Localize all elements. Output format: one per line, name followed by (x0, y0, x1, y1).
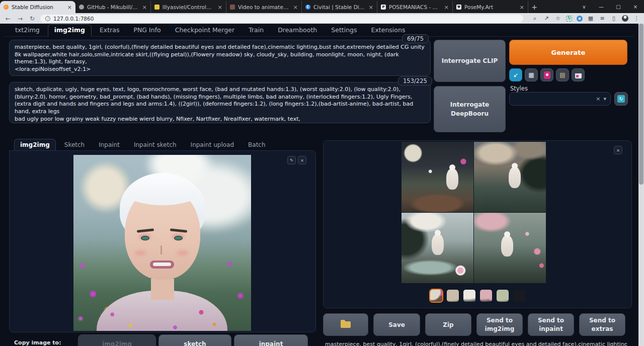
extensions-puzzle-icon[interactable]: ▦ (587, 15, 594, 22)
profile-avatar[interactable] (622, 15, 628, 22)
paste-generation-params-button[interactable]: ↙ (509, 68, 522, 81)
tab-dreambooth[interactable]: Dreambooth (272, 25, 323, 36)
tab-extras[interactable]: Extras (94, 25, 126, 36)
browser-tab-bar: Stable Diffusion × GitHub - Mikubill/sd-… (0, 0, 644, 13)
browser-tab-github[interactable]: GitHub - Mikubill/sd-webui-con × (75, 1, 151, 13)
tab-img2img[interactable]: img2img (48, 24, 92, 37)
send-to-inpaint-button[interactable]: Send to inpaint (528, 313, 574, 336)
tab-search-icon[interactable]: ∨ (576, 4, 593, 10)
browser-tab-posemyart[interactable]: Ψ PoseMy.Art × (453, 1, 528, 13)
clear-prompt-button[interactable]: ▦ (525, 68, 538, 81)
tab-close-icon[interactable]: × (142, 4, 147, 11)
forward-icon[interactable]: → (16, 15, 24, 22)
close-button[interactable]: × (627, 4, 644, 10)
extension-blue-icon[interactable] (577, 16, 583, 22)
side-panel-icon[interactable]: ▯ (610, 15, 617, 22)
save-style-button[interactable] (572, 68, 585, 81)
browser-tab-stable-diffusion[interactable]: Stable Diffusion × (0, 1, 75, 13)
interrogate-clip-button[interactable]: Interrogate CLIP (434, 40, 506, 82)
tab-mode-batch[interactable]: Batch (243, 139, 271, 151)
browser-tab-video-gif[interactable]: Video to animated GIF converter × (226, 1, 302, 13)
generate-button[interactable]: Generate (509, 40, 627, 65)
tab-mode-inpaint-sketch[interactable]: Inpaint sketch (128, 139, 182, 151)
result-image-4[interactable] (474, 213, 546, 283)
send-to-extras-button[interactable]: Send to extras (579, 313, 625, 336)
tab-title: POSEMANIACS - Royalty free 3 (389, 4, 441, 10)
gallery-thumbnails (324, 289, 631, 303)
portrait-cheek (177, 250, 188, 255)
open-folder-button[interactable] (323, 313, 368, 336)
scrollbar-thumb[interactable] (639, 24, 643, 185)
tab-title: lllyasviel/ControlNet at main (163, 4, 215, 10)
thumbnail-5[interactable] (496, 289, 510, 303)
browser-menu-icon[interactable]: ⋮ (633, 15, 640, 22)
posemyart-favicon: Ψ (456, 5, 461, 10)
close-gallery-button[interactable]: × (614, 146, 622, 154)
browser-tab-posemaniacs[interactable]: P POSEMANIACS - Royalty free 3 × (377, 1, 453, 13)
thumbnail-3[interactable] (462, 289, 476, 303)
browser-tab-controlnet[interactable]: lllyasviel/ControlNet at main × (151, 1, 226, 13)
interrogate-deepbooru-button[interactable]: Interrogate DeepBooru (434, 86, 506, 132)
remove-image-button[interactable]: × (298, 156, 306, 164)
tab-png-info[interactable]: PNG Info (127, 25, 167, 36)
copy-to-sketch-button[interactable]: sketch (158, 334, 231, 346)
portrait-eye (174, 236, 183, 240)
back-icon[interactable]: ← (4, 15, 12, 22)
site-info-icon[interactable]: i (45, 16, 50, 21)
bookmark-star-icon[interactable]: ☆ (554, 15, 561, 22)
refresh-styles-icon: ↻ (617, 95, 625, 103)
send-to-img2img-button[interactable]: Send to img2img (476, 313, 523, 336)
page-scrollbar[interactable] (638, 24, 644, 346)
prompt-input[interactable]: masterpiece, best quality, 1girl, (color… (9, 40, 431, 76)
styles-dropdown[interactable]: × ▾ (509, 92, 611, 106)
floppy-disk-icon (575, 72, 582, 78)
save-button[interactable]: Save (373, 313, 420, 336)
tab-mode-inpaint-upload[interactable]: Inpaint upload (185, 139, 239, 151)
zip-button[interactable]: Zip (425, 313, 471, 336)
result-image-2[interactable] (474, 142, 546, 212)
reading-list-icon[interactable]: ≡ (599, 15, 606, 22)
main-tab-bar: txt2img img2img Extras PNG Info Checkpoi… (5, 25, 634, 37)
controlnet-favicon (154, 5, 159, 10)
refresh-styles-button[interactable]: ↻ (614, 92, 628, 106)
result-image-grid[interactable] (401, 142, 546, 284)
copy-to-inpaint-button[interactable]: inpaint (234, 334, 308, 346)
browser-tab-civitai[interactable]: C Civitai | Stable Diffusion models × (302, 1, 377, 13)
tab-mode-img2img[interactable]: img2img (14, 139, 56, 151)
edit-image-button[interactable]: ✎ (287, 156, 296, 164)
thumbnail-1-selected[interactable] (429, 289, 443, 303)
tab-train[interactable]: Train (243, 25, 270, 36)
tab-close-icon[interactable]: × (293, 4, 298, 11)
apply-style-button[interactable]: ▤ (556, 68, 569, 81)
thumbnail-2[interactable] (446, 289, 460, 303)
address-bar[interactable]: i 127.0.0.1:7860 (40, 15, 523, 23)
tab-close-icon[interactable]: × (67, 4, 72, 11)
clear-selection-icon[interactable]: × (596, 96, 600, 102)
tab-close-icon[interactable]: × (218, 4, 222, 11)
result-image-1[interactable] (401, 142, 473, 212)
thumbnail-4[interactable] (479, 289, 493, 303)
result-image-3[interactable] (401, 213, 473, 283)
new-tab-button[interactable]: + (528, 1, 540, 13)
tab-close-icon[interactable]: × (520, 4, 524, 11)
extension-n-icon[interactable]: N (566, 16, 572, 22)
tab-mode-inpaint[interactable]: Inpaint (93, 139, 125, 151)
tab-txt2img[interactable]: txt2img (9, 25, 46, 36)
paste-arrow-icon: ↙ (513, 71, 518, 78)
share-icon[interactable]: ↗ (543, 15, 550, 22)
chevron-down-icon[interactable]: ▾ (603, 96, 606, 102)
img2img-source-image[interactable] (73, 155, 251, 331)
thumbnail-6[interactable] (512, 289, 526, 303)
tab-close-icon[interactable]: × (369, 4, 373, 11)
negative-prompt-input[interactable]: sketch, duplicate, ugly, huge eyes, text… (9, 82, 431, 123)
tab-close-icon[interactable]: × (444, 4, 449, 11)
tab-settings[interactable]: Settings (325, 25, 363, 36)
extra-networks-button[interactable] (540, 68, 553, 81)
minimize-button[interactable]: — (593, 4, 610, 10)
refresh-icon[interactable]: ↻ (28, 15, 36, 22)
tab-mode-sketch[interactable]: Sketch (59, 139, 90, 151)
tab-checkpoint-merger[interactable]: Checkpoint Merger (169, 25, 240, 36)
zoom-icon[interactable]: ⌕ (531, 15, 538, 22)
maximize-button[interactable]: □ (610, 4, 627, 10)
copy-to-img2img-button[interactable]: img2img (78, 334, 156, 346)
